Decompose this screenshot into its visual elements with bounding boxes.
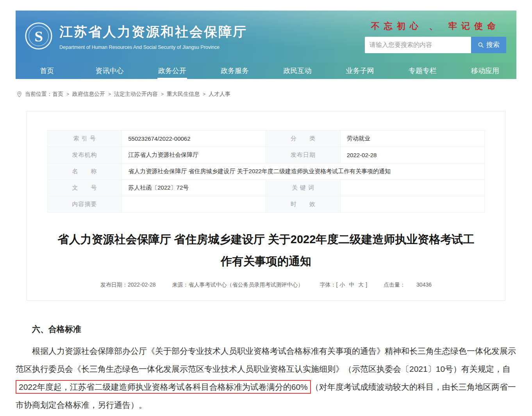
breadcrumb-item-home[interactable]: 首页 (52, 91, 63, 98)
nav-label: 业务子网 (346, 66, 374, 75)
breadcrumb: 当前位置： 首页 > 政府信息公开 > 法定主动公开内容 > 重大民生信息 > … (16, 91, 516, 98)
site-header: S 江苏省人力资源和社会保障厅 Department of Human Reso… (16, 11, 516, 63)
body-paragraph: 根据人力资源社会保障部办公厅《关于部分专业技术人员职业资格考试合格标准有关事项的… (16, 342, 516, 414)
logo-emblem-icon: S (24, 22, 53, 50)
breadcrumb-separator: > (108, 91, 111, 97)
nav-item-mobile-apps[interactable]: 移动应用 (454, 63, 516, 79)
search-bar: 搜索 (365, 37, 506, 53)
table-row: 索 引 号 550232674/2022-00062 分 类 劳动就业 (48, 131, 485, 147)
location-pin-icon (16, 91, 22, 98)
breadcrumb-separator: > (66, 91, 69, 97)
nav-label: 专题专栏 (409, 66, 437, 75)
field-label-summary: 内容摘要 (48, 196, 122, 213)
meta-publish-date: 发布日期：2022-02-28 (100, 282, 156, 288)
nav-item-home[interactable]: 首页 (16, 63, 78, 79)
field-value-category: 劳动就业 (340, 131, 484, 147)
field-label-issuing-agency: 发布机构 (48, 147, 122, 163)
breadcrumb-item-talent-personnel[interactable]: 人才人事 (209, 91, 230, 98)
nav-label: 资讯中心 (95, 66, 123, 75)
table-row: 名 称 省人力资源社会保障厅 省住房城乡建设厅 关于2022年度二级建造师执业资… (48, 163, 485, 180)
main-nav: 首页 资讯中心 政务公开 政务服务 政民互动 业务子网 专题专栏 移动应用 (16, 63, 516, 79)
field-value-name: 省人力资源社会保障厅 省住房城乡建设厅 关于2022年度二级建造师执业资格考试工… (122, 163, 485, 180)
article-meta: 发布日期：2022-02-28 来源：省人事考试中心（省公务员录用考试测评中心）… (47, 282, 485, 289)
table-row: 内容摘要 时 效 (48, 196, 485, 213)
field-value-publish-date: 2022-02-28 (340, 147, 484, 163)
meta-font-label: 字体：[ (320, 282, 337, 288)
highlighted-text-red-box: 2022年度起，江苏省二级建造师执业资格考试各科目合格标准为试卷满分的60% (16, 380, 311, 394)
nav-item-public-interaction[interactable]: 政民互动 (266, 63, 328, 79)
nav-item-gov-affairs-public[interactable]: 政务公开 (141, 63, 204, 79)
meta-publish-date-value: 2022-02-28 (128, 282, 156, 288)
paragraph-text-before: 根据人力资源社会保障部办公厅《关于部分专业技术人员职业资格考试合格标准有关事项的… (16, 346, 516, 373)
nav-label: 首页 (40, 66, 54, 75)
breadcrumb-separator: > (161, 91, 164, 97)
site-logo[interactable]: S (24, 22, 53, 52)
slogan-banner: 不忘初心 、 牢记使命 (365, 20, 506, 32)
breadcrumb-separator: > (203, 91, 205, 97)
meta-hits-label: 点击量： (384, 282, 405, 288)
nav-label: 政务服务 (221, 66, 249, 75)
meta-hits-value: 30436 (416, 282, 432, 288)
meta-font-label-close: ] (366, 282, 367, 288)
meta-publish-date-label: 发布日期： (100, 282, 128, 288)
site-subtitle: Department of Human Resources And Social… (59, 45, 247, 50)
field-value-summary (122, 196, 266, 213)
field-label-name: 名 称 (48, 163, 122, 180)
table-row: 发布机构 江苏省人力资源社会保障厅 发布日期 2022-02-28 (48, 147, 485, 163)
page: S 江苏省人力资源和社会保障厅 Department of Human Reso… (16, 0, 516, 414)
field-label-index-no: 索 引 号 (48, 131, 122, 147)
nav-item-gov-services[interactable]: 政务服务 (204, 63, 266, 79)
nav-label: 移动应用 (471, 66, 499, 75)
article-title: 省人力资源社会保障厅 省住房城乡建设厅 关于2022年度二级建造师执业资格考试工… (56, 228, 476, 272)
field-label-doc-no: 文 号 (48, 180, 122, 196)
font-size-medium-button[interactable]: 中 (349, 282, 354, 288)
search-button-label: 搜索 (486, 40, 500, 49)
nav-item-news-center[interactable]: 资讯中心 (78, 63, 141, 79)
field-label-category: 分 类 (266, 131, 340, 147)
field-value-keywords (340, 180, 484, 196)
field-value-index-no: 550232674/2022-00062 (122, 131, 266, 147)
search-input[interactable] (365, 37, 471, 53)
svg-text:S: S (34, 27, 43, 44)
breadcrumb-item-gov-info[interactable]: 政府信息公开 (72, 91, 105, 98)
field-value-doc-no: 苏人社函〔2022〕72号 (122, 180, 266, 196)
meta-source-label: 来源： (172, 282, 189, 288)
field-value-validity (340, 196, 484, 213)
header-right: 不忘初心 、 牢记使命 搜索 (365, 20, 506, 53)
breadcrumb-item-statutory-disclosure[interactable]: 法定主动公开内容 (114, 91, 158, 98)
nav-label: 政民互动 (283, 66, 311, 75)
field-value-issuing-agency: 江苏省人力资源社会保障厅 (122, 147, 266, 163)
meta-source-value: 省人事考试中心（省公务员录用考试测评中心） (189, 282, 303, 288)
nav-item-special-topics[interactable]: 专题专栏 (391, 63, 454, 79)
info-table: 索 引 号 550232674/2022-00062 分 类 劳动就业 发布机构… (47, 130, 485, 213)
search-icon (478, 42, 484, 48)
site-title[interactable]: 江苏省人力资源和社会保障厅 (59, 23, 247, 41)
nav-item-business-subnets[interactable]: 业务子网 (328, 63, 391, 79)
breadcrumb-item-livelihood-info[interactable]: 重大民生信息 (167, 91, 200, 98)
field-label-validity: 时 效 (266, 196, 340, 213)
meta-hits: 点击量：30436 (384, 282, 432, 288)
search-button[interactable]: 搜索 (471, 37, 506, 53)
document-card: 索 引 号 550232674/2022-00062 分 类 劳动就业 发布机构… (27, 111, 505, 301)
breadcrumb-prefix: 当前位置： (25, 91, 52, 98)
section-heading: 六、合格标准 (16, 320, 516, 338)
nav-label: 政务公开 (158, 66, 186, 75)
site-title-block: 江苏省人力资源和社会保障厅 Department of Human Resour… (59, 23, 247, 50)
meta-font-size: 字体：[小中大] (320, 282, 367, 288)
font-size-large-button[interactable]: 大 (358, 282, 364, 288)
article-body: 六、合格标准 根据人力资源社会保障部办公厅《关于部分专业技术人员职业资格考试合格… (16, 320, 516, 414)
field-label-keywords: 关 键 词 (266, 180, 340, 196)
table-row: 文 号 苏人社函〔2022〕72号 关 键 词 (48, 180, 485, 196)
font-size-small-button[interactable]: 小 (339, 282, 345, 288)
field-label-publish-date: 发布日期 (266, 147, 340, 163)
meta-source: 来源：省人事考试中心（省公务员录用考试测评中心） (172, 282, 303, 288)
